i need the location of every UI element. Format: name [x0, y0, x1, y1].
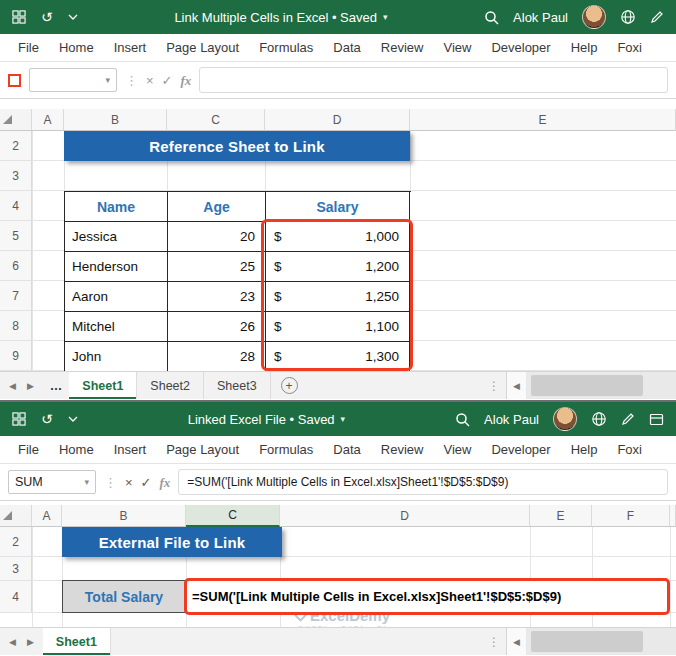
formula-bar-input[interactable]: =SUM('[Link Multiple Cells in Excel.xlsx… [178, 469, 668, 495]
table-header-name[interactable]: Name [65, 192, 168, 222]
sheet-tabs-ellipsis[interactable]: … [43, 372, 70, 399]
cell-name[interactable]: John [65, 342, 168, 371]
hscroll-thumb[interactable] [531, 375, 643, 396]
customize-toolbar-chevron-icon[interactable] [68, 416, 78, 422]
ribbon-tab-review[interactable]: Review [371, 40, 434, 55]
sheet-tab-sheet1[interactable]: Sheet1 [69, 372, 137, 399]
row-header[interactable]: 7 [0, 281, 32, 311]
sheet-nav-left-icon[interactable]: ◀ [9, 637, 16, 647]
cell-name[interactable]: Jessica [65, 222, 168, 252]
row-header[interactable]: 2 [0, 131, 32, 161]
ribbon-tab-file[interactable]: File [8, 442, 49, 457]
app-grid-icon[interactable] [12, 412, 26, 426]
column-header-b[interactable]: B [64, 109, 167, 131]
hscroll-thumb[interactable] [531, 631, 643, 652]
name-box[interactable]: SUM ▾ [8, 470, 96, 494]
cell-age[interactable]: 25 [168, 252, 266, 282]
app-grid-icon[interactable] [12, 10, 26, 24]
pen-icon[interactable] [621, 412, 635, 426]
ribbon-tab-data[interactable]: Data [323, 442, 370, 457]
row-header[interactable]: 6 [0, 251, 32, 281]
ribbon-tab-developer[interactable]: Developer [481, 40, 560, 55]
row-header[interactable]: 9 [0, 341, 32, 371]
sheet-nav-right-icon[interactable]: ▶ [27, 381, 34, 391]
user-name[interactable]: Alok Paul [484, 412, 539, 427]
ribbon-tab-foxit[interactable]: Foxi [607, 442, 652, 457]
ribbon-tab-insert[interactable]: Insert [104, 442, 157, 457]
ribbon-tab-foxit[interactable]: Foxi [607, 40, 652, 55]
undo-icon[interactable]: ↺ [41, 412, 53, 426]
pen-icon[interactable] [650, 10, 664, 24]
window-title[interactable]: Link Multiple Cells in Excel • Saved ▾ [78, 10, 484, 25]
row-header[interactable]: 3 [0, 161, 32, 191]
enter-icon[interactable]: ✓ [162, 74, 173, 87]
globe-icon[interactable] [591, 411, 607, 427]
tab-splitter-icon[interactable]: ⋮ [488, 379, 500, 393]
cell-age[interactable]: 26 [168, 312, 266, 342]
avatar[interactable] [582, 5, 606, 29]
ribbon-display-options-icon[interactable] [649, 412, 664, 427]
column-header-e[interactable]: E [410, 109, 676, 131]
column-header-a[interactable]: A [32, 505, 62, 527]
search-icon[interactable] [455, 412, 470, 427]
ribbon-tab-view[interactable]: View [433, 40, 481, 55]
row-header[interactable]: 3 [0, 557, 32, 581]
add-sheet-button[interactable]: + [281, 377, 298, 394]
ribbon-tab-insert[interactable]: Insert [104, 40, 157, 55]
hscroll-left-button[interactable]: ◀ [506, 372, 526, 399]
ribbon-tab-page-layout[interactable]: Page Layout [156, 442, 249, 457]
sheet-tab-sheet1[interactable]: Sheet1 [43, 628, 111, 655]
total-salary-label-cell[interactable]: Total Salary [62, 580, 186, 613]
row-header[interactable]: 4 [0, 191, 32, 221]
hscroll-left-button[interactable]: ◀ [506, 628, 526, 655]
customize-toolbar-chevron-icon[interactable] [68, 14, 78, 20]
user-name[interactable]: Alok Paul [513, 10, 568, 25]
ribbon-tab-home[interactable]: Home [49, 40, 104, 55]
reference-banner-cell[interactable]: Reference Sheet to Link [64, 131, 410, 161]
avatar[interactable] [553, 407, 577, 431]
ribbon-tab-page-layout[interactable]: Page Layout [156, 40, 249, 55]
formula-result-cell[interactable]: =SUM('[Link Multiple Cells in Excel.xlsx… [184, 578, 670, 615]
ribbon-tab-data[interactable]: Data [323, 40, 370, 55]
row-header[interactable]: 4 [0, 581, 32, 613]
ribbon-tab-home[interactable]: Home [49, 442, 104, 457]
insert-function-icon[interactable]: fx [160, 476, 171, 489]
row-header[interactable]: 2 [0, 527, 32, 557]
column-header-a[interactable]: A [32, 109, 64, 131]
column-header-d[interactable]: D [265, 109, 410, 131]
select-all-corner[interactable] [0, 109, 32, 131]
table-header-salary[interactable]: Salary [266, 192, 410, 222]
sheet-tab-sheet2[interactable]: Sheet2 [137, 372, 204, 399]
cell-age[interactable]: 20 [168, 222, 266, 252]
ribbon-tab-review[interactable]: Review [371, 442, 434, 457]
cancel-icon[interactable]: × [125, 476, 133, 489]
row-header[interactable]: 5 [0, 221, 32, 251]
cancel-icon[interactable]: × [146, 74, 154, 87]
sheet-nav-right-icon[interactable]: ▶ [27, 637, 34, 647]
ribbon-tab-help[interactable]: Help [561, 442, 608, 457]
ribbon-tab-formulas[interactable]: Formulas [249, 442, 323, 457]
cell-name[interactable]: Aaron [65, 282, 168, 312]
horizontal-scrollbar[interactable] [526, 628, 676, 655]
select-all-corner[interactable] [0, 505, 32, 527]
column-header-d[interactable]: D [280, 505, 530, 527]
globe-icon[interactable] [620, 9, 636, 25]
tab-splitter-icon[interactable]: ⋮ [488, 635, 500, 649]
ribbon-tab-view[interactable]: View [433, 442, 481, 457]
enter-icon[interactable]: ✓ [141, 476, 152, 489]
ribbon-tab-file[interactable]: File [8, 40, 49, 55]
ribbon-tab-developer[interactable]: Developer [481, 442, 560, 457]
external-file-banner-cell[interactable]: External File to Link [62, 527, 282, 557]
sheet-tab-sheet3[interactable]: Sheet3 [204, 372, 271, 399]
formula-bar-input[interactable] [199, 67, 668, 93]
ribbon-tab-help[interactable]: Help [561, 40, 608, 55]
name-box[interactable]: ▾ [29, 68, 117, 92]
horizontal-scrollbar[interactable] [526, 372, 676, 399]
window-title[interactable]: Linked Excel File • Saved ▾ [78, 412, 455, 427]
cell-age[interactable]: 23 [168, 282, 266, 312]
table-header-age[interactable]: Age [168, 192, 266, 222]
column-header-c[interactable]: C [167, 109, 265, 131]
search-icon[interactable] [484, 10, 499, 25]
sheet-nav-left-icon[interactable]: ◀ [9, 381, 16, 391]
cell-age[interactable]: 28 [168, 342, 266, 371]
